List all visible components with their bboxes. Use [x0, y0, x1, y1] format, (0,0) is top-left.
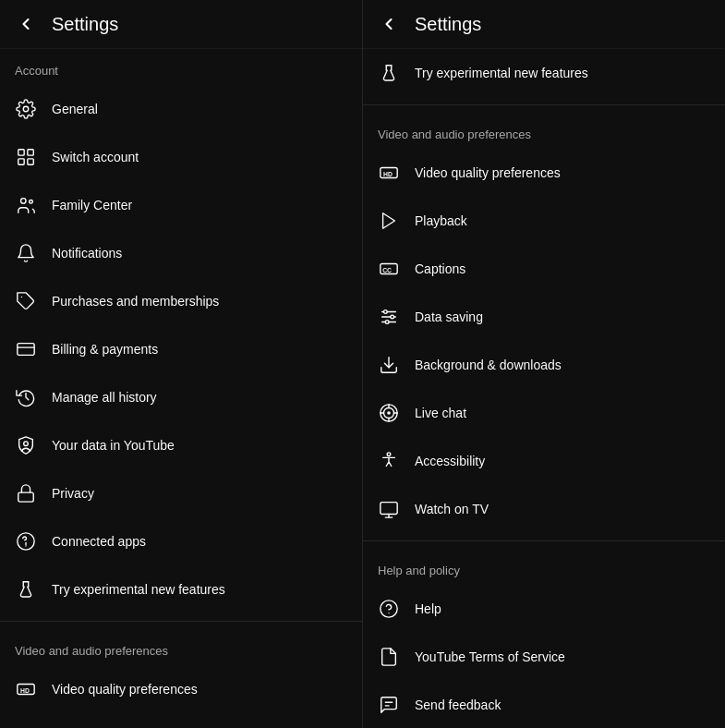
menu-item-privacy[interactable]: Privacy — [0, 469, 362, 517]
help-section-label: Help and policy — [363, 549, 725, 585]
svg-rect-3 — [18, 159, 24, 164]
help-label: Help — [415, 601, 441, 616]
menu-item-connected-apps[interactable]: Connected apps — [0, 517, 362, 565]
svg-point-32 — [391, 315, 394, 319]
svg-point-42 — [387, 453, 391, 456]
menu-item-watch-tv[interactable]: Watch on TV — [363, 485, 725, 533]
left-panel-header: Settings — [0, 0, 362, 49]
general-label: General — [52, 102, 98, 116]
shield-person-icon — [15, 434, 37, 456]
gear-icon — [15, 98, 37, 120]
svg-rect-4 — [28, 159, 33, 164]
menu-item-experimental[interactable]: Try experimental new features — [0, 565, 362, 613]
family-icon — [15, 194, 37, 216]
sliders-icon — [378, 306, 400, 328]
menu-item-captions-right[interactable]: CC Captions — [363, 245, 725, 293]
play-icon-right — [378, 210, 400, 232]
billing-label: Billing & payments — [52, 342, 158, 357]
svg-point-5 — [21, 199, 27, 204]
notifications-label: Notifications — [52, 246, 122, 261]
captions-label-right: Captions — [415, 261, 465, 276]
experimental-right-label: Try experimental new features — [415, 66, 588, 80]
menu-item-background-downloads[interactable]: Background & downloads — [363, 341, 725, 389]
bell-icon — [15, 242, 37, 264]
menu-item-video-quality-left[interactable]: HD Video quality preferences — [0, 665, 362, 713]
menu-item-purchases[interactable]: Purchases and memberships — [0, 277, 362, 325]
document-icon — [378, 646, 400, 668]
cc-icon-right: CC — [378, 258, 400, 280]
privacy-label: Privacy — [52, 486, 94, 501]
livechat-icon — [378, 402, 400, 424]
menu-item-accessibility[interactable]: Accessibility — [363, 437, 725, 485]
hd-icon-right: HD — [378, 162, 400, 184]
accessibility-label: Accessibility — [415, 454, 485, 468]
manage-history-label: Manage all history — [52, 390, 157, 405]
svg-point-0 — [23, 106, 29, 112]
menu-item-feedback[interactable]: Send feedback — [363, 681, 725, 728]
svg-rect-43 — [381, 503, 397, 515]
watch-tv-label: Watch on TV — [415, 502, 489, 516]
svg-text:HD: HD — [383, 171, 393, 177]
svg-point-46 — [381, 601, 397, 617]
menu-item-your-data[interactable]: Your data in YouTube — [0, 421, 362, 469]
menu-item-billing[interactable]: Billing & payments — [0, 325, 362, 373]
feedback-icon — [378, 694, 400, 716]
svg-rect-11 — [18, 492, 34, 502]
menu-item-family-center[interactable]: Family Center — [0, 181, 362, 229]
download-icon — [378, 354, 400, 376]
terms-label: YouTube Terms of Service — [415, 649, 565, 664]
menu-item-manage-history[interactable]: Manage all history — [0, 373, 362, 421]
menu-item-live-chat[interactable]: Live chat — [363, 389, 725, 437]
right-panel-title: Settings — [415, 14, 481, 35]
left-back-button[interactable] — [15, 13, 37, 35]
left-divider — [0, 621, 362, 622]
purchases-label: Purchases and memberships — [52, 294, 219, 309]
flask-icon-right — [378, 62, 400, 84]
menu-item-data-saving[interactable]: Data saving — [363, 293, 725, 341]
menu-item-video-quality-right[interactable]: HD Video quality preferences — [363, 149, 725, 197]
tv-icon — [378, 498, 400, 520]
accessibility-icon — [378, 450, 400, 472]
left-panel: Settings Account General Switch account … — [0, 0, 363, 728]
account-section-label: Account — [0, 49, 362, 85]
right-panel-header: Settings — [363, 0, 725, 49]
switch-account-label: Switch account — [52, 150, 139, 164]
family-center-label: Family Center — [52, 198, 132, 212]
feedback-label: Send feedback — [415, 698, 501, 712]
menu-item-help[interactable]: Help — [363, 585, 725, 633]
flask-icon-left — [15, 578, 37, 601]
svg-rect-1 — [18, 150, 24, 155]
lock-icon — [15, 482, 37, 504]
help-icon — [378, 598, 400, 620]
svg-point-6 — [30, 200, 33, 204]
video-quality-label-left: Video quality preferences — [52, 682, 198, 697]
card-icon — [15, 338, 37, 360]
your-data-label: Your data in YouTube — [52, 438, 175, 453]
history-icon — [15, 386, 37, 408]
svg-marker-25 — [383, 213, 395, 229]
svg-point-33 — [385, 321, 389, 324]
menu-item-terms[interactable]: YouTube Terms of Service — [363, 633, 725, 681]
left-panel-title: Settings — [52, 14, 118, 35]
menu-item-experimental-right[interactable]: Try experimental new features — [363, 49, 725, 97]
svg-text:HD: HD — [20, 687, 30, 694]
tag-icon — [15, 290, 37, 312]
menu-item-playback-right[interactable]: Playback — [363, 197, 725, 245]
right-top-divider — [363, 104, 725, 105]
right-back-button[interactable] — [378, 13, 400, 35]
switch-account-icon — [15, 146, 37, 168]
experimental-label: Try experimental new features — [52, 582, 225, 597]
svg-text:CC: CC — [382, 267, 392, 273]
menu-item-switch-account[interactable]: Switch account — [0, 133, 362, 181]
playback-label-right: Playback — [415, 213, 467, 228]
menu-item-general[interactable]: General — [0, 85, 362, 133]
svg-rect-2 — [28, 150, 33, 155]
svg-point-13 — [25, 545, 26, 546]
menu-item-playback-left[interactable]: Playback — [0, 713, 362, 728]
menu-item-notifications[interactable]: Notifications — [0, 229, 362, 277]
svg-point-37 — [387, 411, 391, 415]
svg-point-12 — [18, 533, 34, 550]
video-quality-label-right: Video quality preferences — [415, 165, 561, 180]
svg-point-31 — [384, 310, 388, 314]
right-panel: Settings Try experimental new features V… — [363, 0, 725, 728]
